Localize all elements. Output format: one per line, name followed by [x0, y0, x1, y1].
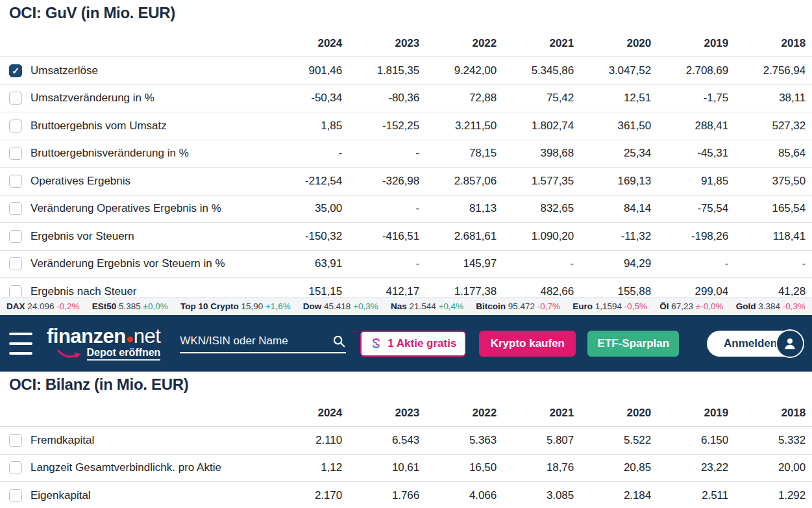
cell-value: 94,29: [574, 257, 651, 270]
row-checkbox[interactable]: [9, 202, 22, 215]
search-icon[interactable]: [332, 334, 346, 348]
guv-title: OCI: GuV (in Mio. EUR): [0, 0, 812, 22]
row-checkbox[interactable]: ✓: [9, 64, 22, 77]
cell-value: -11,32: [574, 230, 651, 243]
row-checkbox[interactable]: [9, 434, 22, 447]
cell-value: 375,50: [728, 175, 806, 188]
cell-value: 4.066: [419, 489, 497, 502]
cell-value: 1.766: [342, 489, 419, 502]
finanzen-net-logo[interactable]: finanzennet Depot eröffnen: [47, 326, 160, 361]
row-checkbox[interactable]: [9, 461, 22, 474]
cell-value: 2.511: [651, 489, 728, 502]
row-checkbox[interactable]: [9, 285, 22, 297]
row-checkbox[interactable]: [9, 230, 22, 243]
ticker-value: 45.418: [321, 301, 353, 311]
row-label: Veränderung Operatives Ergebnis in %: [31, 202, 221, 215]
year-column-header: 2022: [419, 37, 497, 50]
cell-value: -: [651, 257, 728, 270]
cell-value: -326,98: [342, 175, 419, 188]
depot-eroeffnen-link[interactable]: Depot eröffnen: [87, 347, 161, 361]
ticker-item[interactable]: Gold 3.384 -0,3%: [736, 301, 806, 311]
guv-rows: ✓Umsatzerlöse901,461.815,359.242,005.345…: [0, 57, 812, 297]
cell-value: 1,85: [265, 120, 342, 133]
row-label-cell: Fremdkapital: [9, 434, 265, 447]
row-label-cell: ✓Umsatzerlöse: [9, 64, 265, 77]
row-checkbox[interactable]: [9, 92, 22, 105]
anmelden-button[interactable]: Anmelden: [707, 331, 803, 357]
cell-value: 1.090,20: [497, 230, 574, 243]
ticker-change: +1,6%: [265, 301, 291, 311]
cell-value: -150,32: [265, 230, 342, 243]
ticker-value: 15,90: [239, 301, 265, 311]
checkmark-icon: ✓: [12, 66, 19, 75]
guv-years-row: 2024202320222021202020192018: [0, 30, 812, 57]
ticker-name: Bitcoin: [476, 301, 506, 311]
row-label: Fremdkapital: [31, 434, 94, 447]
ticker-name: DAX: [6, 301, 25, 311]
cell-value: 361,50: [574, 120, 651, 133]
table-row: Ergebnis vor Steuern-150,32-416,512.681,…: [0, 223, 812, 251]
ticker-item[interactable]: Euro 1,1594 -0,5%: [572, 301, 647, 311]
ticker-item[interactable]: Top 10 Crypto 15,90 +1,6%: [180, 301, 291, 311]
ticker-name: Euro: [572, 301, 593, 311]
row-label: Ergebnis vor Steuern: [31, 230, 134, 243]
search-input[interactable]: [180, 335, 332, 348]
cell-value: 1.802,74: [497, 120, 574, 133]
krypto-kaufen-label: Krypto kaufen: [491, 337, 565, 350]
year-column-header: 2023: [342, 37, 419, 50]
cell-value: 2.110: [265, 434, 342, 447]
cell-value: 5.522: [574, 434, 651, 447]
row-checkbox[interactable]: [9, 120, 22, 133]
ticker-item[interactable]: DAX 24.096 -0,2%: [6, 301, 80, 311]
cell-value: 5.345,86: [497, 64, 574, 77]
table-row: Veränderung Operatives Ergebnis in %35,0…: [0, 196, 812, 223]
ticker-change: -0,2%: [56, 301, 79, 311]
pink-arrow-icon: [57, 349, 84, 359]
cell-value: 155,88: [574, 285, 651, 297]
hamburger-menu-icon[interactable]: [9, 333, 35, 355]
cell-value: 901,46: [265, 64, 342, 77]
etf-sparplan-button[interactable]: ETF-Sparplan: [587, 331, 679, 357]
cell-value: 72,88: [419, 92, 497, 105]
row-checkbox[interactable]: [9, 257, 22, 270]
cell-value: -: [728, 257, 806, 270]
ticker-item[interactable]: ESt50 5.385 ±0,0%: [92, 301, 168, 311]
ticker-change: +0,3%: [353, 301, 378, 311]
row-label-cell: Operatives Ergebnis: [9, 175, 265, 188]
row-label: Umsatzveränderung in %: [31, 92, 154, 105]
ticker-item[interactable]: Dow 45.418 +0,3%: [303, 301, 378, 311]
cell-value: 1.292: [728, 489, 806, 502]
ticker-item[interactable]: Bitcoin 95.472 -0,7%: [476, 301, 560, 311]
cell-value: 3.047,52: [574, 64, 651, 77]
row-checkbox[interactable]: [9, 147, 22, 160]
ticker-item[interactable]: Öl 67,23 ±-0,0%: [659, 301, 723, 311]
cell-value: -45,31: [651, 147, 728, 160]
ticker-name: Top 10 Crypto: [180, 301, 239, 311]
year-column-header: 2024: [265, 407, 342, 420]
ticker-value: 21.544: [407, 301, 439, 311]
cell-value: 299,04: [651, 285, 728, 297]
year-column-header: 2021: [497, 37, 574, 50]
ticker-name: Nas: [391, 301, 407, 311]
table-row: Ergebnis nach Steuer151,15412,171.177,38…: [0, 278, 812, 297]
row-checkbox[interactable]: [9, 489, 22, 502]
row-label-cell: Bruttoergebnis vom Umsatz: [9, 120, 265, 133]
cell-value: 9.242,00: [419, 64, 497, 77]
table-row: Bruttoergebnis vom Umsatz1,85-152,253.21…: [0, 112, 812, 140]
krypto-kaufen-button[interactable]: Krypto kaufen: [479, 331, 576, 357]
ticker-value: 67,23: [669, 301, 696, 311]
cell-value: 832,65: [497, 202, 574, 215]
ticker-change: -0,7%: [537, 301, 560, 311]
cell-value: -: [342, 257, 419, 270]
ticker-value: 24.096: [25, 301, 57, 311]
bilanz-rows: Fremdkapital2.1106.5435.3635.8075.5226.1…: [0, 427, 812, 508]
cell-value: 412,17: [342, 285, 419, 297]
cell-value: 25,34: [574, 147, 651, 160]
aktie-gratis-button[interactable]: 1 Aktie gratis: [360, 331, 466, 357]
main-nav-header: finanzennet Depot eröffnen: [0, 315, 812, 372]
cell-value: 3.085: [497, 489, 574, 502]
row-checkbox[interactable]: [9, 175, 22, 188]
cell-value: 5.363: [419, 434, 497, 447]
cell-value: 41,28: [728, 285, 806, 297]
ticker-item[interactable]: Nas 21.544 +0,4%: [391, 301, 463, 311]
